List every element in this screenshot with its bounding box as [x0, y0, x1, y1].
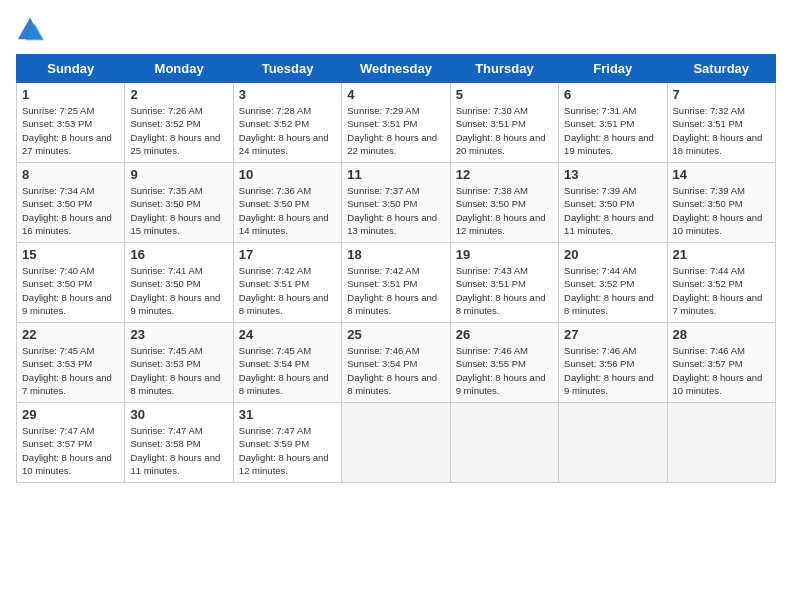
table-row: 14Sunrise: 7:39 AMSunset: 3:50 PMDayligh… — [667, 163, 775, 243]
day-number: 19 — [456, 247, 553, 262]
table-row: 30Sunrise: 7:47 AMSunset: 3:58 PMDayligh… — [125, 403, 233, 483]
day-number: 26 — [456, 327, 553, 342]
day-info: Sunrise: 7:46 AMSunset: 3:57 PMDaylight:… — [673, 344, 770, 397]
day-info: Sunrise: 7:47 AMSunset: 3:59 PMDaylight:… — [239, 424, 336, 477]
day-info: Sunrise: 7:47 AMSunset: 3:57 PMDaylight:… — [22, 424, 119, 477]
day-number: 4 — [347, 87, 444, 102]
table-row: 25Sunrise: 7:46 AMSunset: 3:54 PMDayligh… — [342, 323, 450, 403]
day-info: Sunrise: 7:28 AMSunset: 3:52 PMDaylight:… — [239, 104, 336, 157]
day-info: Sunrise: 7:35 AMSunset: 3:50 PMDaylight:… — [130, 184, 227, 237]
day-number: 5 — [456, 87, 553, 102]
day-number: 10 — [239, 167, 336, 182]
day-info: Sunrise: 7:39 AMSunset: 3:50 PMDaylight:… — [564, 184, 661, 237]
page-header — [16, 16, 776, 44]
col-thursday: Thursday — [450, 55, 558, 83]
table-row: 12Sunrise: 7:38 AMSunset: 3:50 PMDayligh… — [450, 163, 558, 243]
day-info: Sunrise: 7:31 AMSunset: 3:51 PMDaylight:… — [564, 104, 661, 157]
day-info: Sunrise: 7:42 AMSunset: 3:51 PMDaylight:… — [239, 264, 336, 317]
day-number: 23 — [130, 327, 227, 342]
table-row: 28Sunrise: 7:46 AMSunset: 3:57 PMDayligh… — [667, 323, 775, 403]
day-info: Sunrise: 7:41 AMSunset: 3:50 PMDaylight:… — [130, 264, 227, 317]
day-number: 15 — [22, 247, 119, 262]
table-row: 20Sunrise: 7:44 AMSunset: 3:52 PMDayligh… — [559, 243, 667, 323]
table-row: 1Sunrise: 7:25 AMSunset: 3:53 PMDaylight… — [17, 83, 125, 163]
day-number: 18 — [347, 247, 444, 262]
col-wednesday: Wednesday — [342, 55, 450, 83]
calendar-week-row: 22Sunrise: 7:45 AMSunset: 3:53 PMDayligh… — [17, 323, 776, 403]
table-row: 6Sunrise: 7:31 AMSunset: 3:51 PMDaylight… — [559, 83, 667, 163]
table-row: 26Sunrise: 7:46 AMSunset: 3:55 PMDayligh… — [450, 323, 558, 403]
day-number: 11 — [347, 167, 444, 182]
calendar-week-row: 1Sunrise: 7:25 AMSunset: 3:53 PMDaylight… — [17, 83, 776, 163]
day-number: 7 — [673, 87, 770, 102]
table-row: 10Sunrise: 7:36 AMSunset: 3:50 PMDayligh… — [233, 163, 341, 243]
table-row: 18Sunrise: 7:42 AMSunset: 3:51 PMDayligh… — [342, 243, 450, 323]
table-row: 11Sunrise: 7:37 AMSunset: 3:50 PMDayligh… — [342, 163, 450, 243]
day-info: Sunrise: 7:43 AMSunset: 3:51 PMDaylight:… — [456, 264, 553, 317]
day-info: Sunrise: 7:38 AMSunset: 3:50 PMDaylight:… — [456, 184, 553, 237]
table-row: 13Sunrise: 7:39 AMSunset: 3:50 PMDayligh… — [559, 163, 667, 243]
day-number: 9 — [130, 167, 227, 182]
table-row — [450, 403, 558, 483]
table-row: 15Sunrise: 7:40 AMSunset: 3:50 PMDayligh… — [17, 243, 125, 323]
day-number: 6 — [564, 87, 661, 102]
day-number: 8 — [22, 167, 119, 182]
table-row: 2Sunrise: 7:26 AMSunset: 3:52 PMDaylight… — [125, 83, 233, 163]
day-number: 2 — [130, 87, 227, 102]
table-row: 16Sunrise: 7:41 AMSunset: 3:50 PMDayligh… — [125, 243, 233, 323]
day-info: Sunrise: 7:45 AMSunset: 3:53 PMDaylight:… — [130, 344, 227, 397]
logo — [16, 16, 48, 44]
day-number: 27 — [564, 327, 661, 342]
day-info: Sunrise: 7:34 AMSunset: 3:50 PMDaylight:… — [22, 184, 119, 237]
day-number: 24 — [239, 327, 336, 342]
day-info: Sunrise: 7:39 AMSunset: 3:50 PMDaylight:… — [673, 184, 770, 237]
day-number: 31 — [239, 407, 336, 422]
day-number: 25 — [347, 327, 444, 342]
table-row: 3Sunrise: 7:28 AMSunset: 3:52 PMDaylight… — [233, 83, 341, 163]
calendar-week-row: 15Sunrise: 7:40 AMSunset: 3:50 PMDayligh… — [17, 243, 776, 323]
day-number: 20 — [564, 247, 661, 262]
day-info: Sunrise: 7:46 AMSunset: 3:56 PMDaylight:… — [564, 344, 661, 397]
day-info: Sunrise: 7:46 AMSunset: 3:54 PMDaylight:… — [347, 344, 444, 397]
day-number: 12 — [456, 167, 553, 182]
table-row: 7Sunrise: 7:32 AMSunset: 3:51 PMDaylight… — [667, 83, 775, 163]
table-row: 9Sunrise: 7:35 AMSunset: 3:50 PMDaylight… — [125, 163, 233, 243]
day-info: Sunrise: 7:40 AMSunset: 3:50 PMDaylight:… — [22, 264, 119, 317]
day-number: 21 — [673, 247, 770, 262]
day-number: 13 — [564, 167, 661, 182]
calendar-week-row: 29Sunrise: 7:47 AMSunset: 3:57 PMDayligh… — [17, 403, 776, 483]
calendar-header-row: Sunday Monday Tuesday Wednesday Thursday… — [17, 55, 776, 83]
table-row — [559, 403, 667, 483]
day-info: Sunrise: 7:30 AMSunset: 3:51 PMDaylight:… — [456, 104, 553, 157]
day-number: 1 — [22, 87, 119, 102]
table-row: 29Sunrise: 7:47 AMSunset: 3:57 PMDayligh… — [17, 403, 125, 483]
table-row: 23Sunrise: 7:45 AMSunset: 3:53 PMDayligh… — [125, 323, 233, 403]
day-info: Sunrise: 7:32 AMSunset: 3:51 PMDaylight:… — [673, 104, 770, 157]
day-info: Sunrise: 7:29 AMSunset: 3:51 PMDaylight:… — [347, 104, 444, 157]
day-info: Sunrise: 7:47 AMSunset: 3:58 PMDaylight:… — [130, 424, 227, 477]
table-row: 31Sunrise: 7:47 AMSunset: 3:59 PMDayligh… — [233, 403, 341, 483]
table-row: 22Sunrise: 7:45 AMSunset: 3:53 PMDayligh… — [17, 323, 125, 403]
col-monday: Monday — [125, 55, 233, 83]
col-sunday: Sunday — [17, 55, 125, 83]
calendar-week-row: 8Sunrise: 7:34 AMSunset: 3:50 PMDaylight… — [17, 163, 776, 243]
calendar-table: Sunday Monday Tuesday Wednesday Thursday… — [16, 54, 776, 483]
table-row: 17Sunrise: 7:42 AMSunset: 3:51 PMDayligh… — [233, 243, 341, 323]
day-number: 29 — [22, 407, 119, 422]
day-info: Sunrise: 7:26 AMSunset: 3:52 PMDaylight:… — [130, 104, 227, 157]
table-row: 24Sunrise: 7:45 AMSunset: 3:54 PMDayligh… — [233, 323, 341, 403]
table-row: 21Sunrise: 7:44 AMSunset: 3:52 PMDayligh… — [667, 243, 775, 323]
logo-icon — [16, 16, 44, 44]
col-saturday: Saturday — [667, 55, 775, 83]
day-info: Sunrise: 7:45 AMSunset: 3:53 PMDaylight:… — [22, 344, 119, 397]
day-info: Sunrise: 7:42 AMSunset: 3:51 PMDaylight:… — [347, 264, 444, 317]
day-info: Sunrise: 7:36 AMSunset: 3:50 PMDaylight:… — [239, 184, 336, 237]
day-info: Sunrise: 7:44 AMSunset: 3:52 PMDaylight:… — [673, 264, 770, 317]
table-row: 19Sunrise: 7:43 AMSunset: 3:51 PMDayligh… — [450, 243, 558, 323]
table-row — [667, 403, 775, 483]
table-row: 5Sunrise: 7:30 AMSunset: 3:51 PMDaylight… — [450, 83, 558, 163]
table-row — [342, 403, 450, 483]
day-info: Sunrise: 7:45 AMSunset: 3:54 PMDaylight:… — [239, 344, 336, 397]
day-number: 17 — [239, 247, 336, 262]
day-info: Sunrise: 7:46 AMSunset: 3:55 PMDaylight:… — [456, 344, 553, 397]
